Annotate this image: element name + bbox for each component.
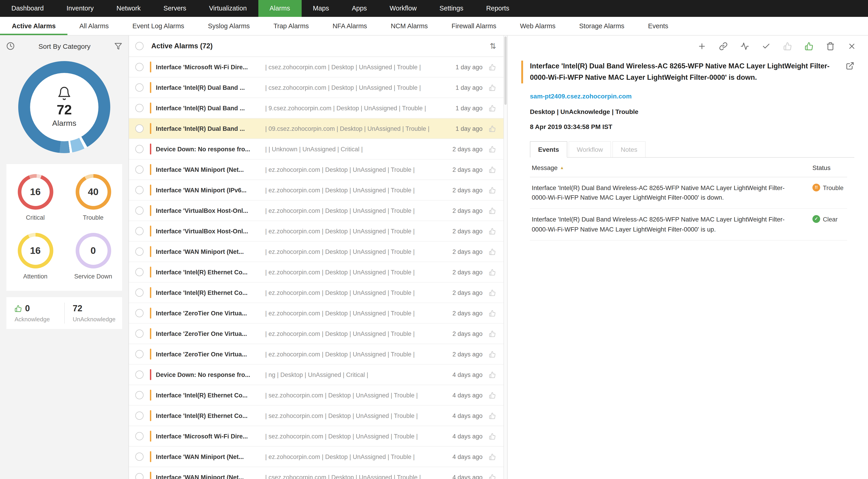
row-checkbox[interactable] — [135, 145, 144, 153]
alarm-row[interactable]: Interface 'VirtualBox Host-Onl... | ez.z… — [129, 221, 503, 242]
activity-icon[interactable] — [740, 42, 749, 51]
nav-item[interactable]: Reports — [475, 0, 521, 17]
alarm-row[interactable]: Interface 'Intel(R) Dual Band ... | 09.c… — [129, 119, 503, 139]
row-checkbox[interactable] — [135, 63, 144, 71]
acknowledge-thumb-icon[interactable] — [483, 330, 502, 337]
alarm-subtab[interactable]: Syslog Alarms — [196, 17, 262, 35]
status-column-header[interactable]: Status — [812, 164, 845, 171]
external-link-icon[interactable] — [846, 62, 854, 70]
acknowledge-thumb-icon[interactable] — [483, 187, 502, 193]
acknowledge-stat[interactable]: 0 Acknowledge — [6, 303, 64, 324]
delete-icon[interactable] — [826, 42, 835, 51]
close-icon[interactable] — [847, 42, 856, 51]
acknowledge-thumb-icon[interactable] — [483, 248, 502, 255]
nav-item[interactable]: Network — [105, 0, 152, 17]
row-checkbox[interactable] — [135, 330, 144, 338]
row-checkbox[interactable] — [135, 412, 144, 420]
list-scrollbar[interactable] — [503, 35, 507, 479]
row-checkbox[interactable] — [135, 186, 144, 194]
alarm-subtab[interactable]: Firewall Alarms — [440, 17, 508, 35]
row-checkbox[interactable] — [135, 166, 144, 174]
alarm-row[interactable]: Interface 'VirtualBox Host-Onl... | ez.z… — [129, 201, 503, 221]
row-checkbox[interactable] — [135, 370, 144, 379]
row-checkbox[interactable] — [135, 453, 144, 461]
severity-stat[interactable]: 16 Attention — [18, 233, 53, 280]
alarm-subtab[interactable]: Active Alarms — [0, 17, 67, 35]
scrollbar-thumb[interactable] — [504, 36, 507, 105]
alarm-row[interactable]: Interface 'Intel(R) Ethernet Co... | sez… — [129, 406, 503, 426]
row-checkbox[interactable] — [135, 227, 144, 235]
severity-stat[interactable]: 16 Critical — [18, 174, 53, 221]
nav-item[interactable]: Maps — [302, 0, 340, 17]
row-checkbox[interactable] — [135, 432, 144, 440]
nav-item[interactable]: Inventory — [55, 0, 105, 17]
nav-item[interactable]: Dashboard — [0, 0, 55, 17]
acknowledge-thumb-icon[interactable] — [483, 474, 502, 479]
acknowledge-thumb-icon[interactable] — [483, 310, 502, 317]
thumbs-up-green-icon[interactable] — [805, 42, 813, 51]
detail-tab[interactable]: Events — [530, 141, 567, 157]
alarm-subtab[interactable]: Storage Alarms — [567, 17, 636, 35]
nav-item[interactable]: Servers — [152, 0, 198, 17]
alarms-donut-chart[interactable]: 72 Alarms — [18, 61, 110, 153]
acknowledge-thumb-icon[interactable] — [483, 84, 502, 91]
row-checkbox[interactable] — [135, 83, 144, 92]
acknowledge-thumb-icon[interactable] — [483, 269, 502, 275]
acknowledge-thumb-icon[interactable] — [483, 351, 502, 358]
acknowledge-thumb-icon[interactable] — [483, 392, 502, 398]
row-checkbox[interactable] — [135, 104, 144, 112]
detail-tab[interactable]: Notes — [612, 141, 645, 157]
nav-item[interactable]: Alarms — [258, 0, 302, 17]
event-row[interactable]: Interface 'Intel(R) Dual Band Wireless-A… — [530, 177, 847, 209]
select-all-checkbox[interactable] — [135, 42, 144, 50]
row-checkbox[interactable] — [135, 124, 144, 132]
alarm-row[interactable]: Interface 'WAN Miniport (Net... | ez.zoh… — [129, 159, 503, 180]
severity-stat[interactable]: 0 Service Down — [74, 233, 112, 280]
link-icon[interactable] — [719, 42, 728, 51]
alarm-row[interactable]: Interface 'Intel(R) Dual Band ... | csez… — [129, 78, 503, 98]
acknowledge-thumb-icon[interactable] — [483, 64, 502, 70]
detail-tab[interactable]: Workflow — [569, 141, 611, 157]
acknowledge-thumb-icon[interactable] — [483, 453, 502, 460]
alarm-row[interactable]: Interface 'Microsoft Wi-Fi Dire... | cse… — [129, 57, 503, 78]
acknowledge-thumb-icon[interactable] — [483, 289, 502, 296]
message-column-header[interactable]: Message ▲ — [532, 164, 564, 171]
alarm-subtab[interactable]: NCM Alarms — [379, 17, 440, 35]
alarm-subtab[interactable]: NFA Alarms — [321, 17, 379, 35]
nav-item[interactable]: Virtualization — [198, 0, 258, 17]
acknowledge-thumb-icon[interactable] — [483, 104, 502, 112]
add-icon[interactable] — [698, 42, 706, 51]
acknowledge-thumb-icon[interactable] — [483, 412, 502, 419]
thumbs-up-icon[interactable] — [783, 42, 792, 51]
row-checkbox[interactable] — [135, 391, 144, 399]
acknowledge-thumb-icon[interactable] — [483, 433, 502, 440]
severity-stat[interactable]: 40 Trouble — [75, 174, 111, 221]
alarm-row[interactable]: Interface 'ZeroTier One Virtua... | ez.z… — [129, 324, 503, 344]
nav-item[interactable]: Apps — [340, 0, 378, 17]
acknowledge-thumb-icon[interactable] — [483, 207, 502, 214]
row-checkbox[interactable] — [135, 309, 144, 317]
alarm-row[interactable]: Interface 'Intel(R) Dual Band ... | 9.cs… — [129, 98, 503, 119]
alarm-row[interactable]: Interface 'ZeroTier One Virtua... | ez.z… — [129, 344, 503, 365]
row-checkbox[interactable] — [135, 206, 144, 215]
alarm-row[interactable]: Interface 'WAN Miniport (IPv6... | ez.zo… — [129, 180, 503, 201]
row-checkbox[interactable] — [135, 473, 144, 479]
alarm-row[interactable]: Device Down: No response fro... | | Unkn… — [129, 139, 503, 159]
nav-item[interactable]: Workflow — [378, 0, 428, 17]
nav-item[interactable]: Settings — [428, 0, 475, 17]
alarm-row[interactable]: Device Down: No response fro... | ng | D… — [129, 365, 503, 385]
alarm-subtab[interactable]: Trap Alarms — [261, 17, 320, 35]
alarm-row[interactable]: Interface 'ZeroTier One Virtua... | ez.z… — [129, 303, 503, 324]
acknowledge-thumb-icon[interactable] — [483, 371, 502, 378]
alarm-row[interactable]: Interface 'Intel(R) Ethernet Co... | sez… — [129, 385, 503, 406]
row-checkbox[interactable] — [135, 268, 144, 276]
alarm-row[interactable]: Interface 'Microsoft Wi-Fi Dire... | sez… — [129, 426, 503, 447]
event-row[interactable]: Interface 'Intel(R) Dual Band Wireless-A… — [530, 209, 847, 241]
acknowledge-thumb-icon[interactable] — [483, 146, 502, 152]
acknowledge-check-icon[interactable] — [762, 42, 771, 51]
alarm-row[interactable]: Interface 'WAN Miniport (Net... | ez.zoh… — [129, 447, 503, 467]
row-checkbox[interactable] — [135, 289, 144, 297]
alarm-subtab[interactable]: Event Log Alarms — [121, 17, 196, 35]
filter-icon[interactable] — [114, 42, 122, 50]
alarm-subtab[interactable]: Web Alarms — [508, 17, 567, 35]
